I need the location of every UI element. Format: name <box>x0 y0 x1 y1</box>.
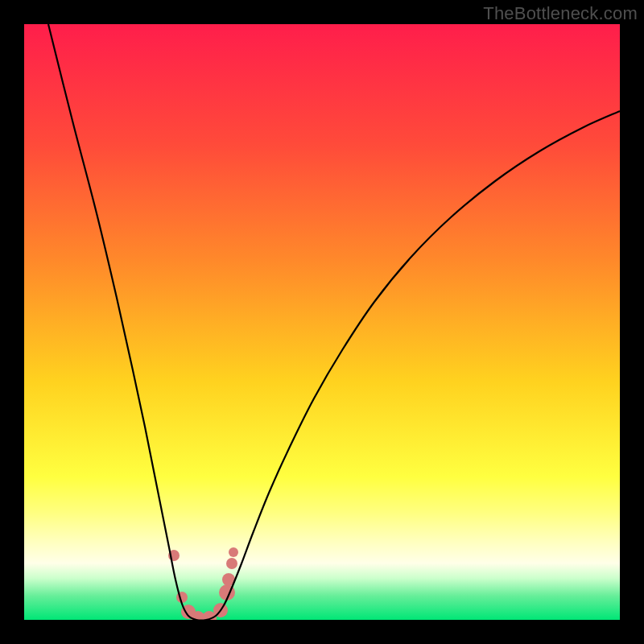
data-marker <box>229 547 238 557</box>
chart-frame: TheBottleneck.com <box>0 0 644 644</box>
watermark-text: TheBottleneck.com <box>483 3 638 24</box>
chart-svg <box>24 24 620 620</box>
plot-area <box>24 24 620 620</box>
data-marker <box>226 558 237 569</box>
gradient-background <box>24 24 620 620</box>
